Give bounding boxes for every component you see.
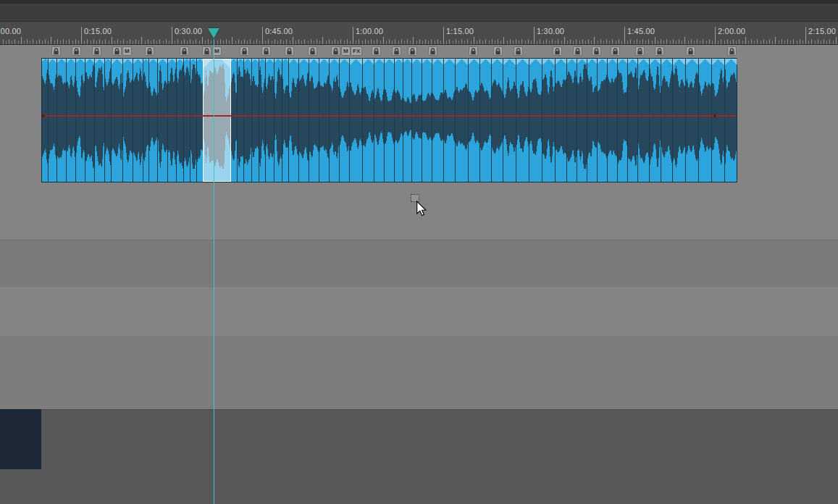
fade-out-handle[interactable]: [522, 59, 529, 65]
selected-audio-event[interactable]: [203, 59, 231, 182]
lock-icon[interactable]: [308, 46, 317, 56]
lock-icon[interactable]: [553, 46, 562, 56]
lock-icon[interactable]: [727, 46, 737, 56]
fade-out-handle[interactable]: [485, 59, 491, 64]
envelope-node[interactable]: [42, 114, 45, 117]
lock-icon[interactable]: [202, 46, 211, 56]
audio-event[interactable]: [455, 59, 468, 182]
audio-event[interactable]: [319, 59, 329, 182]
mute-badge[interactable]: M: [122, 46, 132, 56]
fade-out-handle[interactable]: [632, 59, 637, 64]
audio-event[interactable]: [672, 59, 685, 182]
fade-out-handle[interactable]: [117, 59, 122, 64]
audio-event[interactable]: [288, 59, 298, 182]
audio-event[interactable]: [432, 59, 443, 182]
fade-out-handle[interactable]: [389, 59, 394, 64]
audio-event[interactable]: [339, 59, 349, 182]
lock-icon[interactable]: [611, 46, 620, 56]
audio-event[interactable]: [111, 59, 122, 182]
audio-event[interactable]: [529, 59, 542, 182]
fade-out-handle[interactable]: [548, 59, 555, 65]
audio-event[interactable]: [251, 59, 259, 182]
audio-event[interactable]: [282, 59, 288, 182]
audio-event[interactable]: [133, 59, 143, 182]
audio-event[interactable]: [48, 59, 56, 182]
audio-event[interactable]: [384, 59, 394, 182]
lock-icon[interactable]: [112, 46, 122, 56]
lock-icon[interactable]: [51, 46, 61, 56]
fade-out-handle[interactable]: [718, 59, 724, 65]
lock-icon[interactable]: [240, 46, 249, 56]
audio-event[interactable]: [597, 59, 607, 182]
fade-out-handle[interactable]: [679, 59, 685, 65]
audio-event[interactable]: [617, 59, 627, 182]
audio-event[interactable]: [374, 59, 384, 182]
audio-event[interactable]: [555, 59, 566, 182]
lock-icon[interactable]: [514, 46, 523, 56]
audio-event[interactable]: [309, 59, 319, 182]
fade-out-handle[interactable]: [334, 59, 339, 64]
audio-event[interactable]: [190, 59, 196, 182]
fade-out-handle[interactable]: [416, 59, 422, 64]
audio-event[interactable]: [711, 59, 724, 182]
mute-badge[interactable]: M: [341, 46, 351, 56]
fade-out-handle[interactable]: [99, 59, 104, 64]
fade-out-handle[interactable]: [602, 59, 607, 64]
audio-event[interactable]: [685, 59, 698, 182]
audio-event[interactable]: [411, 59, 422, 182]
audio-event[interactable]: [143, 59, 148, 182]
audio-event[interactable]: [479, 59, 491, 182]
audio-event[interactable]: [542, 59, 555, 182]
audio-event[interactable]: [148, 59, 157, 182]
audio-event[interactable]: [85, 59, 94, 182]
lock-icon[interactable]: [428, 46, 437, 56]
audio-event[interactable]: [362, 59, 374, 182]
playhead-marker[interactable]: [208, 28, 219, 38]
audio-event[interactable]: [237, 59, 243, 182]
audio-event[interactable]: [167, 59, 176, 182]
audio-event[interactable]: [196, 59, 203, 182]
fade-out-handle[interactable]: [303, 59, 309, 64]
fade-out-handle[interactable]: [461, 59, 468, 65]
lock-icon[interactable]: [285, 46, 294, 56]
audio-event[interactable]: [698, 59, 711, 182]
fade-out-handle[interactable]: [138, 59, 143, 64]
audio-event[interactable]: [491, 59, 503, 182]
envelope-node[interactable]: [713, 114, 716, 117]
lock-icon[interactable]: [180, 46, 189, 56]
fade-out-handle[interactable]: [571, 59, 577, 64]
audio-event[interactable]: [503, 59, 516, 182]
audio-event[interactable]: [230, 59, 237, 182]
lock-icon[interactable]: [372, 46, 381, 56]
audio-track-clip-region[interactable]: [41, 58, 737, 182]
fade-out-handle[interactable]: [293, 59, 298, 64]
fade-out-handle[interactable]: [368, 59, 374, 64]
fade-out-handle[interactable]: [622, 59, 627, 64]
fade-in-handle[interactable]: [42, 59, 45, 62]
fade-out-handle[interactable]: [379, 59, 384, 64]
fade-out-handle[interactable]: [592, 59, 597, 64]
lock-icon[interactable]: [261, 46, 271, 56]
lock-icon[interactable]: [392, 46, 401, 56]
lock-icon[interactable]: [635, 46, 645, 56]
audio-event[interactable]: [443, 59, 455, 182]
fade-out-handle[interactable]: [705, 59, 711, 65]
audio-event[interactable]: [649, 59, 661, 182]
fade-out-handle[interactable]: [162, 59, 167, 64]
audio-event[interactable]: [56, 59, 66, 182]
fade-out-handle[interactable]: [666, 59, 672, 64]
fade-out-handle[interactable]: [437, 59, 443, 64]
lock-icon[interactable]: [573, 46, 582, 56]
fade-out-handle[interactable]: [655, 59, 661, 64]
lock-icon[interactable]: [469, 46, 478, 56]
fade-out-handle[interactable]: [356, 59, 362, 65]
fade-out-handle[interactable]: [535, 59, 542, 65]
fade-out-handle[interactable]: [344, 59, 349, 64]
fade-out-handle[interactable]: [324, 59, 329, 64]
fade-out-handle[interactable]: [692, 59, 698, 65]
audio-event[interactable]: [259, 59, 265, 182]
audio-event[interactable]: [265, 59, 274, 182]
audio-event[interactable]: [66, 59, 75, 182]
lock-icon[interactable]: [686, 46, 695, 56]
fade-out-handle[interactable]: [474, 59, 479, 64]
